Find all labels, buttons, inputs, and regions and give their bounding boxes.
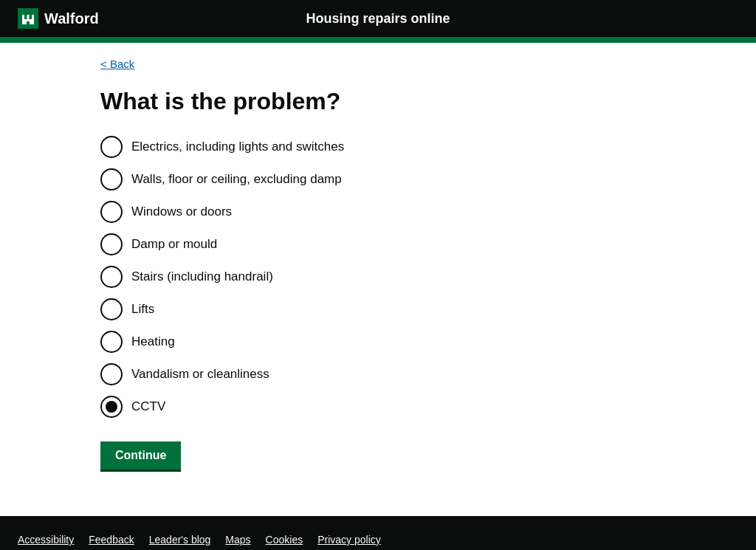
radio-label-cctv: CCTV — [131, 399, 165, 414]
castle-icon — [18, 8, 38, 29]
main-content: Back What is the problem? Electrics, inc… — [83, 43, 673, 516]
radio-windows[interactable] — [100, 201, 123, 223]
svg-rect-4 — [22, 15, 24, 17]
back-link[interactable]: Back — [100, 58, 134, 70]
svg-rect-6 — [32, 15, 34, 17]
footer-link-feedback[interactable]: Feedback — [89, 534, 134, 546]
site-footer: Accessibility Feedback Leader's blog Map… — [0, 516, 756, 550]
logo-text: Walford — [44, 10, 99, 27]
list-item[interactable]: Windows or doors — [100, 201, 656, 223]
logo: Walford — [18, 8, 198, 29]
svg-rect-8 — [30, 16, 32, 18]
svg-rect-7 — [24, 16, 27, 18]
list-item[interactable]: CCTV — [100, 396, 656, 418]
radio-damp[interactable] — [100, 233, 123, 255]
list-item[interactable]: Heating — [100, 331, 656, 353]
list-item[interactable]: Walls, floor or ceiling, excluding damp — [100, 168, 656, 190]
radio-label-heating: Heating — [131, 334, 175, 349]
footer-links: Accessibility Feedback Leader's blog Map… — [18, 534, 738, 546]
list-item[interactable]: Lifts — [100, 298, 656, 320]
radio-label-vandalism: Vandalism or cleanliness — [131, 367, 269, 382]
list-item[interactable]: Vandalism or cleanliness — [100, 363, 656, 385]
radio-label-walls: Walls, floor or ceiling, excluding damp — [131, 172, 342, 187]
page-title: What is the problem? — [100, 88, 656, 115]
radio-label-stairs: Stairs (including handrail) — [131, 269, 273, 284]
radio-walls[interactable] — [100, 168, 123, 190]
radio-cctv[interactable] — [100, 396, 123, 418]
header-title: Housing repairs online — [198, 11, 558, 27]
radio-lifts[interactable] — [100, 298, 123, 320]
radio-stairs[interactable] — [100, 266, 123, 288]
svg-rect-5 — [27, 15, 30, 17]
site-header: Walford Housing repairs online — [0, 0, 756, 37]
radio-label-lifts: Lifts — [131, 302, 154, 317]
radio-heating[interactable] — [100, 331, 123, 353]
problem-options: Electrics, including lights and switches… — [100, 136, 656, 418]
radio-vandalism[interactable] — [100, 363, 123, 385]
radio-electrics[interactable] — [100, 136, 123, 158]
continue-button[interactable]: Continue — [100, 441, 181, 472]
footer-link-privacy[interactable]: Privacy policy — [317, 534, 381, 546]
radio-label-electrics: Electrics, including lights and switches — [131, 140, 344, 154]
footer-link-maps[interactable]: Maps — [225, 534, 250, 546]
footer-link-leaders-blog[interactable]: Leader's blog — [149, 534, 211, 546]
green-bar — [0, 37, 756, 43]
list-item[interactable]: Electrics, including lights and switches — [100, 136, 656, 158]
footer-link-accessibility[interactable]: Accessibility — [18, 534, 74, 546]
radio-label-windows: Windows or doors — [131, 204, 232, 219]
radio-label-damp: Damp or mould — [131, 237, 217, 252]
footer-link-cookies[interactable]: Cookies — [266, 534, 303, 546]
svg-rect-9 — [27, 21, 30, 24]
list-item[interactable]: Damp or mould — [100, 233, 656, 255]
list-item[interactable]: Stairs (including handrail) — [100, 266, 656, 288]
